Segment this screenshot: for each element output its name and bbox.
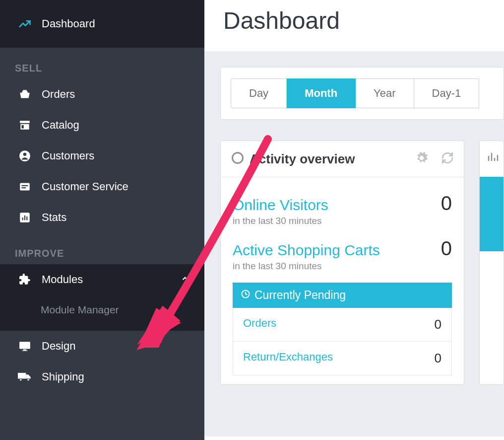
metric-label: Active Shopping Carts: [233, 242, 380, 259]
metric-sub: in the last 30 minutes: [233, 216, 452, 226]
sidebar-item-modules[interactable]: Modules: [0, 264, 204, 295]
message-icon: [15, 180, 35, 193]
sidebar-item-customers[interactable]: Customers: [0, 141, 204, 171]
pending-row-orders[interactable]: Orders 0: [233, 308, 451, 342]
svg-rect-9: [19, 342, 30, 349]
svg-rect-3: [22, 185, 28, 186]
svg-rect-2: [20, 183, 30, 190]
svg-point-1: [23, 153, 27, 156]
activity-title: Activity overview: [250, 151, 355, 167]
sidebar-item-design[interactable]: Design: [0, 331, 204, 362]
sidebar-item-dashboard[interactable]: Dashboard: [0, 0, 204, 48]
pending-title: Currently Pending: [254, 289, 346, 302]
sidebar-item-orders[interactable]: Orders: [0, 79, 204, 110]
tab-month[interactable]: Month: [287, 78, 356, 108]
tab-day[interactable]: Day: [231, 78, 287, 108]
pending-list: Orders 0 Return/Exchanges 0: [233, 308, 452, 375]
refresh-icon[interactable]: [441, 151, 454, 166]
svg-rect-4: [22, 187, 26, 188]
main-content: Dashboard Day Month Year Day-1 Activity …: [204, 0, 504, 440]
metric-online-visitors[interactable]: Online Visitors 0: [233, 192, 452, 215]
stats-panel-partial: [479, 120, 504, 385]
sidebar-subitem-module-manager[interactable]: Module Manager: [0, 295, 204, 331]
svg-point-13: [20, 379, 22, 381]
puzzle-icon: [15, 273, 35, 286]
monitor-icon: [15, 340, 35, 353]
chart-tab-active[interactable]: [480, 177, 504, 251]
sidebar-label: Dashboard: [42, 17, 95, 30]
svg-point-15: [233, 153, 243, 163]
metric-sub: in the last 30 minutes: [233, 261, 452, 272]
activity-header: Activity overview: [221, 141, 464, 177]
gear-icon[interactable]: [415, 151, 428, 166]
bar-chart-icon: [480, 141, 504, 175]
sidebar-item-shipping[interactable]: Shipping: [0, 362, 204, 392]
svg-rect-7: [24, 216, 25, 220]
sidebar-label: Customers: [42, 149, 94, 162]
sidebar-label: Design: [42, 340, 75, 353]
section-header-sell: SELL: [0, 48, 204, 79]
bar-chart-icon: [15, 211, 35, 224]
svg-rect-10: [23, 350, 27, 351]
pending-value: 0: [435, 317, 441, 332]
clock-icon: [241, 289, 251, 302]
refresh-circle-icon: [231, 151, 245, 167]
time-tabs: Day Month Year Day-1: [221, 68, 504, 119]
basket-icon: [15, 88, 35, 101]
sidebar-label: Stats: [42, 211, 66, 224]
svg-rect-6: [22, 218, 23, 220]
svg-rect-12: [18, 373, 26, 379]
page-title: Dashboard: [204, 0, 504, 51]
sidebar-label: Customer Service: [42, 180, 128, 193]
sidebar-item-catalog[interactable]: Catalog: [0, 110, 204, 141]
metric-value: 0: [441, 237, 452, 260]
pending-row-returns[interactable]: Return/Exchanges 0: [233, 342, 451, 375]
sidebar-label: Catalog: [42, 119, 79, 132]
section-header-improve: IMPROVE: [0, 233, 204, 264]
pending-value: 0: [435, 351, 441, 366]
sidebar: Dashboard SELL Orders Catalog Customers …: [0, 0, 204, 440]
tab-day-minus-1[interactable]: Day-1: [414, 78, 480, 108]
sidebar-label: Modules: [42, 273, 83, 286]
svg-rect-11: [22, 351, 28, 351]
store-icon: [15, 119, 35, 132]
sidebar-label: Shipping: [42, 370, 84, 383]
tab-year[interactable]: Year: [356, 78, 414, 108]
activity-body: Online Visitors 0 in the last 30 minutes…: [221, 177, 464, 375]
truck-icon: [15, 371, 35, 382]
pending-label: Orders: [243, 317, 276, 332]
trending-up-icon: [15, 17, 35, 31]
sidebar-label: Orders: [42, 88, 75, 101]
content-area: Day Month Year Day-1 Activity overview: [204, 51, 504, 437]
sidebar-item-customer-service[interactable]: Customer Service: [0, 171, 204, 202]
metric-value: 0: [441, 192, 452, 215]
metric-active-carts[interactable]: Active Shopping Carts 0: [233, 237, 452, 260]
chevron-up-icon: [181, 273, 189, 286]
time-range-card: Day Month Year Day-1: [220, 67, 504, 120]
activity-overview-card: Activity overview Online Visitors 0: [220, 141, 464, 385]
svg-point-14: [27, 379, 30, 381]
sidebar-item-stats[interactable]: Stats: [0, 202, 204, 233]
pending-header: Currently Pending: [233, 283, 452, 308]
user-circle-icon: [15, 149, 35, 162]
svg-rect-8: [26, 217, 27, 220]
metric-label: Online Visitors: [233, 197, 328, 214]
pending-label: Return/Exchanges: [243, 351, 333, 366]
